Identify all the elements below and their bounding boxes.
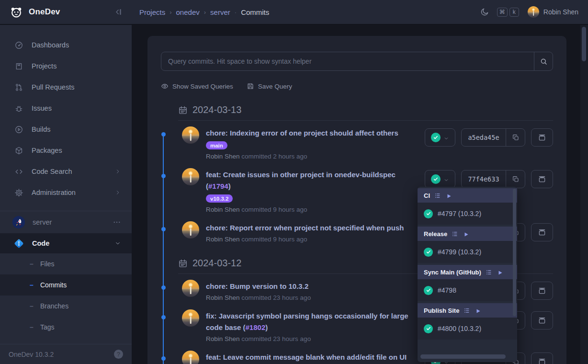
sidebar-subitem-branches[interactable]: – Branches: [0, 296, 132, 317]
commit-time: committed 9 hours ago: [241, 206, 307, 213]
page-scrollbar[interactable]: [580, 25, 588, 364]
copy-hash-icon[interactable]: [506, 129, 525, 146]
main-content: Show Saved Queries Save Query 2024-03-13: [132, 25, 588, 364]
browse-code-icon[interactable]: [531, 282, 553, 300]
copy-hash-icon[interactable]: [506, 171, 525, 188]
popup-build-item[interactable]: #4797 (10.3.2): [418, 203, 517, 225]
sidebar-item-pull-requests[interactable]: Pull Requests: [0, 77, 132, 98]
commit-message[interactable]: chore: Indexing error of one project sho…: [206, 127, 418, 139]
commit-query-input[interactable]: [161, 52, 534, 70]
sidebar-item-builds[interactable]: Builds: [0, 119, 132, 140]
sidebar-item-administration[interactable]: Administration: [0, 182, 132, 203]
sidebar-subitem-commits[interactable]: – Commits: [0, 274, 132, 296]
commit-message[interactable]: feat: Leave commit message blank when ad…: [206, 352, 418, 364]
collapse-sidebar-icon[interactable]: [113, 7, 124, 17]
popup-horizontal-scrollbar[interactable]: [420, 354, 506, 359]
page-scrollbar-thumb[interactable]: [582, 27, 586, 61]
search-button[interactable]: [534, 52, 553, 70]
breadcrumb-commits: Commits: [241, 8, 269, 16]
browse-code-icon[interactable]: [531, 353, 553, 364]
build-status-button[interactable]: [425, 128, 455, 147]
job-run-icon[interactable]: [497, 269, 503, 275]
timeline-dot: [161, 285, 166, 290]
job-builds-list-icon[interactable]: [452, 230, 459, 238]
build-status-button[interactable]: [425, 170, 455, 188]
subitem-dash: –: [30, 323, 35, 331]
author-avatar[interactable]: [182, 221, 199, 239]
commit-message[interactable]: chore: Report error when project not spe…: [206, 222, 418, 234]
author-avatar[interactable]: [182, 126, 199, 144]
breadcrumb-projects[interactable]: Projects: [139, 8, 165, 16]
commit-message[interactable]: feat: Create issues in other project in …: [206, 169, 418, 192]
sidebar-subnav: – Files – Commits – Branches – Tags: [0, 253, 132, 338]
show-saved-queries-button[interactable]: Show Saved Queries: [161, 82, 233, 90]
subitem-label: Files: [40, 260, 55, 268]
commit-hash[interactable]: a5eda45e: [462, 129, 506, 146]
chevron-right-icon: [114, 168, 121, 175]
job-name: Publish Site: [424, 307, 459, 314]
help-icon[interactable]: ?: [114, 350, 123, 359]
job-run-icon[interactable]: [446, 193, 452, 199]
commit-time: committed 23 hours ago: [241, 335, 311, 342]
breadcrumb-server[interactable]: server: [210, 8, 230, 16]
commit-message[interactable]: fix: Javascript symbol parsing hangs occ…: [206, 310, 418, 333]
calendar-icon: [178, 105, 188, 115]
query-searchbar: [161, 52, 553, 71]
popup-build-item[interactable]: #4799 (10.3.2): [418, 241, 517, 263]
commit-meta: Robin Shen committed 9 hours ago: [206, 235, 418, 244]
breadcrumb-onedev[interactable]: onedev: [176, 8, 200, 16]
commit-info: chore: Report error when project not spe…: [161, 222, 425, 244]
save-query-button[interactable]: Save Query: [247, 82, 292, 90]
sidebar-section-code[interactable]: Code: [0, 233, 132, 253]
build-success-icon: [424, 248, 433, 257]
job-name: Sync Main (GitHub): [424, 269, 481, 276]
sidebar-item-label: Administration: [32, 189, 76, 196]
browse-code-icon[interactable]: [531, 311, 553, 330]
job-name: Release: [424, 230, 447, 238]
popup-build-item[interactable]: #4800 (10.3.2): [418, 318, 517, 340]
project-more-icon[interactable]: [113, 218, 121, 227]
subitem-label: Commits: [40, 281, 67, 289]
ref-badge[interactable]: v10.3.2: [206, 194, 233, 203]
ref-badge[interactable]: main: [206, 141, 227, 149]
sidebar-item-label: Code Search: [32, 168, 72, 175]
job-builds-list-icon[interactable]: [464, 307, 471, 314]
browse-code-icon[interactable]: [531, 223, 553, 241]
dark-mode-toggle-icon[interactable]: [480, 7, 489, 17]
issue-ref-link[interactable]: #1794: [208, 182, 228, 190]
user-menu[interactable]: Robin Shen: [528, 6, 578, 18]
timeline-dot: [161, 227, 166, 231]
chevron-down-icon: [114, 240, 121, 247]
breadcrumb-separator: ·: [235, 9, 237, 16]
commit-message[interactable]: chore: Bump version to 10.3.2: [206, 281, 418, 292]
browse-code-icon[interactable]: [531, 170, 553, 188]
author-avatar[interactable]: [182, 351, 199, 364]
author-avatar[interactable]: [182, 168, 199, 185]
calendar-icon: [178, 259, 188, 268]
issue-ref-link[interactable]: #1802: [246, 323, 266, 331]
job-run-icon[interactable]: [463, 231, 469, 237]
author-avatar[interactable]: [182, 280, 199, 297]
commit-meta: Robin Shen committed 23 hours ago: [206, 334, 418, 344]
sidebar-project-server[interactable]: server: [0, 211, 132, 233]
author-avatar[interactable]: [182, 309, 199, 327]
job-run-icon[interactable]: [475, 307, 481, 314]
popup-build-item[interactable]: #4798: [418, 279, 517, 301]
browse-code-icon[interactable]: [531, 128, 553, 147]
popup-vertical-scrollbar[interactable]: [513, 189, 516, 316]
message-text: ): [265, 323, 268, 331]
sidebar-item-label: Builds: [32, 125, 51, 133]
sidebar-item-packages[interactable]: Packages: [0, 140, 132, 161]
sidebar-item-code-search[interactable]: Code Search: [0, 161, 132, 182]
sidebar-subitem-tags[interactable]: – Tags: [0, 317, 132, 338]
commit-info: fix: Javascript symbol parsing hangs occ…: [161, 310, 425, 344]
job-builds-list-icon[interactable]: [486, 269, 493, 276]
subitem-dash: –: [30, 302, 35, 310]
sidebar-item-issues[interactable]: Issues: [0, 98, 132, 119]
commit-hash[interactable]: 77f4e633: [462, 171, 506, 188]
sidebar-item-projects[interactable]: Projects: [0, 56, 132, 77]
sidebar-subitem-files[interactable]: – Files: [0, 253, 132, 274]
sidebar-item-dashboards[interactable]: Dashboards: [0, 34, 132, 56]
job-builds-list-icon[interactable]: [434, 192, 441, 199]
subitem-dash: –: [30, 260, 35, 268]
